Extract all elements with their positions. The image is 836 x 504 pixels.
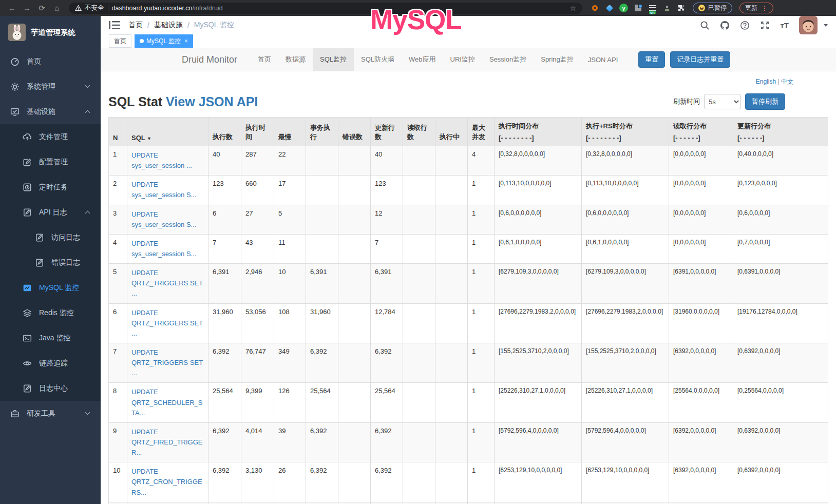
druid-nav-sql-monitor[interactable]: SQL监控 bbox=[313, 48, 354, 71]
sql-link[interactable]: UPDATE QRTZ_CRON_TRIGGERS... bbox=[131, 468, 202, 496]
column-header[interactable]: SQL ▼ bbox=[127, 118, 208, 146]
table-cell: 25,564 bbox=[306, 383, 338, 422]
column-header[interactable]: 更新行数 bbox=[371, 118, 403, 146]
column-header[interactable]: 事务执行 bbox=[306, 118, 338, 146]
breadcrumb-item[interactable]: 首页 bbox=[128, 21, 143, 30]
extensions-puzzle-icon[interactable] bbox=[677, 4, 686, 12]
sql-link[interactable]: UPDATE QRTZ_TRIGGERS SET ... bbox=[131, 269, 203, 297]
column-header[interactable]: 读取行分布[- - - - - -] bbox=[669, 118, 733, 146]
avatar-caret-icon[interactable] bbox=[824, 24, 828, 27]
refresh-interval-select[interactable]: 5s bbox=[704, 94, 741, 109]
column-header[interactable]: 更新行分布[- - - - - -] bbox=[733, 118, 828, 146]
column-header[interactable]: N bbox=[109, 118, 127, 146]
extension-orange-icon[interactable] bbox=[591, 4, 599, 12]
sidebar-item-access-logs[interactable]: 访问日志 bbox=[0, 225, 101, 250]
extension-gem-icon[interactable] bbox=[605, 4, 614, 12]
distribution-buckets-label: [- - - - - -] bbox=[737, 134, 824, 142]
druid-content: English | 中文 SQL Stat View JSON API 刷新时间… bbox=[101, 71, 836, 504]
druid-nav-uri-monitor[interactable]: URI监控 bbox=[443, 48, 482, 71]
tab-home[interactable]: 首页 bbox=[109, 34, 131, 48]
column-header[interactable]: 执行时间分布[- - - - - - - -] bbox=[495, 118, 582, 146]
browser-home-icon[interactable]: ⌂ bbox=[50, 2, 64, 14]
sidebar-item-file-management[interactable]: 文件管理 bbox=[0, 124, 101, 149]
sidebar-item-system-management[interactable]: 系统管理 bbox=[0, 74, 101, 99]
sidebar-item-log-center[interactable]: 日志中心 bbox=[0, 376, 101, 401]
sql-cell: UPDATE QRTZ_SCHEDULER_STA... bbox=[127, 383, 208, 422]
lang-english-link[interactable]: English bbox=[756, 78, 776, 85]
bookmark-star-icon[interactable]: ☆ bbox=[569, 4, 576, 12]
table-row: 8UPDATE QRTZ_SCHEDULER_STA...25,5649,399… bbox=[109, 383, 828, 422]
druid-nav-session-monitor[interactable]: Session监控 bbox=[482, 48, 534, 71]
pause-refresh-button[interactable]: 暂停刷新 bbox=[745, 93, 785, 110]
font-size-icon[interactable]: тT bbox=[780, 21, 789, 30]
druid-nav-web-app[interactable]: Web应用 bbox=[402, 48, 443, 71]
druid-nav-spring-monitor[interactable]: Spring监控 bbox=[534, 48, 581, 71]
sidebar-item-java-monitor[interactable]: Java 监控 bbox=[0, 325, 101, 351]
lang-chinese-link[interactable]: 中文 bbox=[781, 78, 793, 85]
sidebar-item-infrastructure[interactable]: 基础设施 bbox=[0, 99, 101, 124]
druid-nav-sql-firewall[interactable]: SQL防火墙 bbox=[354, 48, 402, 71]
reset-button[interactable]: 重置 bbox=[638, 51, 665, 68]
sql-link[interactable]: UPDATE QRTZ_SCHEDULER_STA... bbox=[131, 388, 202, 416]
column-header[interactable]: 执行数 bbox=[208, 118, 241, 146]
extension-person-icon[interactable] bbox=[662, 4, 671, 12]
fullscreen-icon[interactable] bbox=[760, 21, 770, 30]
view-json-api-link[interactable]: View JSON API bbox=[166, 94, 258, 109]
security-chip[interactable]: 不安全 bbox=[75, 4, 104, 12]
user-avatar[interactable] bbox=[799, 16, 818, 34]
sidebar-item-trace[interactable]: 链路追踪 bbox=[0, 351, 101, 376]
column-header[interactable]: 最大并发 bbox=[468, 118, 495, 146]
sql-link[interactable]: UPDATE sys_user_session S... bbox=[131, 210, 196, 228]
sidebar-item-redis-monitor[interactable]: Redis 监控 bbox=[0, 300, 101, 325]
extension-green-icon[interactable]: y bbox=[619, 4, 628, 12]
column-header[interactable]: 执行中 bbox=[435, 118, 468, 146]
top-navbar: 首页/基础设施/MySQL 监控 тT bbox=[101, 16, 836, 34]
navbar-actions: тT bbox=[700, 16, 828, 34]
druid-nav-datasource[interactable]: 数据源 bbox=[278, 48, 313, 71]
sidebar-item-scheduled-tasks[interactable]: 定时任务 bbox=[0, 175, 101, 200]
table-cell bbox=[306, 234, 338, 263]
column-header[interactable]: 最慢 bbox=[274, 118, 306, 146]
browser-forward-icon[interactable]: → bbox=[20, 2, 34, 14]
address-bar[interactable]: 不安全 dashboard.yudao.iocoder.cn/infra/dru… bbox=[69, 3, 582, 14]
sql-cell: UPDATE QRTZ_CRON_TRIGGERS... bbox=[127, 462, 208, 502]
github-icon[interactable] bbox=[720, 21, 730, 30]
hamburger-icon[interactable] bbox=[109, 20, 120, 30]
search-icon[interactable] bbox=[700, 21, 710, 30]
log-and-reset-button[interactable]: 记录日志并重置 bbox=[670, 51, 730, 68]
column-header[interactable]: 错误数 bbox=[338, 118, 371, 146]
sql-link[interactable]: UPDATE sys_user_session S... bbox=[131, 240, 196, 258]
column-header[interactable]: 执行时间 bbox=[241, 118, 274, 146]
browser-update-button[interactable]: 更新 ⋮ bbox=[739, 3, 773, 13]
druid-nav-home[interactable]: 首页 bbox=[251, 48, 278, 71]
sql-link[interactable]: UPDATE QRTZ_TRIGGERS SET ... bbox=[131, 309, 203, 337]
sql-link[interactable]: UPDATE QRTZ_TRIGGERS SET ... bbox=[131, 348, 203, 377]
table-cell: 6,392 bbox=[208, 462, 241, 502]
sidebar-logo-row[interactable]: 芋道管理系统 bbox=[0, 16, 101, 49]
table-cell bbox=[435, 205, 468, 234]
tab-mysql-monitor[interactable]: MySQL 监控× bbox=[135, 34, 193, 48]
sql-link[interactable]: UPDATE sys_user_session S... bbox=[131, 181, 196, 199]
help-icon[interactable] bbox=[740, 21, 750, 30]
sidebar-item-error-logs[interactable]: 错误日志 bbox=[0, 250, 101, 275]
sidebar-item-api-logs[interactable]: API 日志 bbox=[0, 200, 101, 225]
extension-list-icon[interactable]: on bbox=[648, 4, 657, 12]
column-header[interactable]: 执行+RS时分布[- - - - - - - -] bbox=[582, 118, 669, 146]
table-cell: 2,946 bbox=[241, 264, 274, 303]
breadcrumb-item[interactable]: 基础设施 bbox=[154, 21, 183, 30]
sql-link[interactable]: UPDATE sys_user_session ... bbox=[131, 151, 192, 169]
browser-menu-icon[interactable]: ⋮ bbox=[762, 5, 768, 12]
browser-refresh-icon[interactable]: ⟳ bbox=[35, 2, 49, 14]
column-header[interactable]: 读取行数 bbox=[403, 118, 435, 146]
sidebar-item-dev-tools[interactable]: 研发工具 bbox=[0, 401, 101, 426]
tags-view-bar: 首页MySQL 监控× bbox=[101, 34, 836, 48]
profile-paused-button[interactable]: 已暂停 bbox=[693, 3, 732, 13]
extension-blocks-icon[interactable] bbox=[634, 4, 642, 12]
sidebar-item-home[interactable]: 首页 bbox=[0, 49, 101, 74]
druid-nav-json-api[interactable]: JSON API bbox=[581, 48, 625, 71]
close-icon[interactable]: × bbox=[184, 37, 188, 45]
sidebar-item-mysql-monitor[interactable]: MySQL 监控 bbox=[0, 275, 101, 300]
sql-link[interactable]: UPDATE QRTZ_FIRED_TRIGGER... bbox=[131, 428, 202, 456]
browser-back-icon[interactable]: ← bbox=[5, 2, 19, 14]
sidebar-item-config-management[interactable]: 配置管理 bbox=[0, 149, 101, 175]
